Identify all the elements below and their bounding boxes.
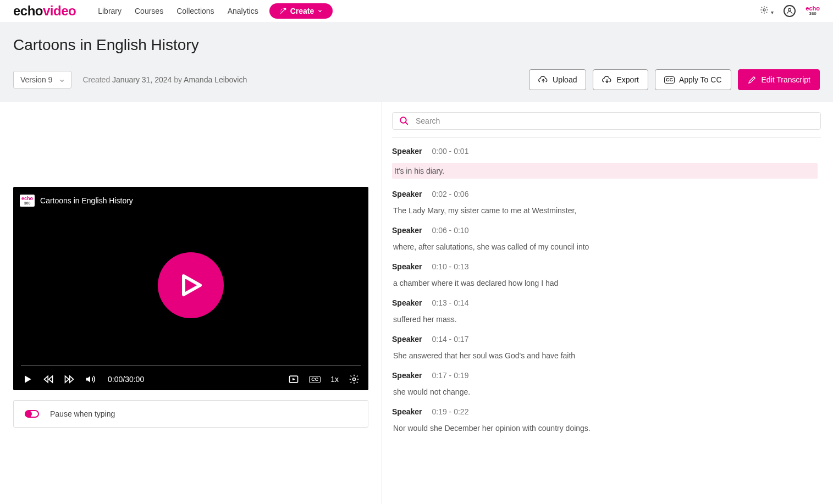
pause-typing-toggle[interactable] — [25, 410, 39, 418]
transcript-text[interactable]: It's in his diary. — [392, 163, 818, 179]
speaker-label: Speaker — [392, 371, 422, 380]
speaker-label: Speaker — [392, 190, 422, 198]
speaker-label: Speaker — [392, 262, 422, 271]
account-menu[interactable] — [784, 5, 796, 17]
cc-toggle[interactable]: CC — [309, 376, 321, 383]
timestamp: 0:19 - 0:22 — [432, 407, 468, 416]
nav-library[interactable]: Library — [98, 7, 122, 15]
transcript-text[interactable]: Nor would she December her opinion with … — [392, 424, 818, 433]
nav-analytics[interactable]: Analytics — [228, 7, 258, 15]
apply-cc-button[interactable]: CC Apply To CC — [655, 69, 731, 90]
transcript-text[interactable]: a chamber where it was declared how long… — [392, 279, 818, 287]
timestamp: 0:14 - 0:17 — [432, 335, 468, 344]
timestamp: 0:06 - 0:10 — [432, 226, 468, 235]
transcript-segment[interactable]: Speaker0:19 - 0:22Nor would she December… — [392, 407, 818, 433]
svg-point-4 — [400, 117, 406, 123]
upload-icon — [538, 75, 548, 85]
transcript-segment[interactable]: Speaker0:02 - 0:06The Lady Mary, my sist… — [392, 190, 818, 215]
player-settings-icon[interactable] — [349, 374, 360, 385]
player-time: 0:00/30:00 — [108, 375, 144, 384]
speaker-label: Speaker — [392, 147, 422, 156]
nav-courses[interactable]: Courses — [135, 7, 163, 15]
transcript-segment[interactable]: Speaker0:17 - 0:19she would not change. — [392, 371, 818, 396]
timestamp: 0:10 - 0:13 — [432, 262, 468, 271]
volume-icon[interactable] — [85, 374, 96, 385]
transcript-segment[interactable]: Speaker0:14 - 0:17She answered that her … — [392, 335, 818, 360]
player-title: Cartoons in English History — [40, 196, 133, 205]
search-input[interactable] — [416, 117, 814, 125]
svg-point-1 — [788, 8, 791, 11]
play-icon[interactable] — [22, 374, 33, 385]
transcript-text[interactable]: She answered that her soul was God's and… — [392, 351, 818, 360]
transcript-segment[interactable]: Speaker0:13 - 0:14suffered her mass. — [392, 298, 818, 324]
upload-button[interactable]: Upload — [529, 69, 586, 90]
speaker-label: Speaker — [392, 298, 422, 307]
timestamp: 0:02 - 0:06 — [432, 190, 468, 198]
transcript-search[interactable] — [392, 112, 821, 130]
transcript-scroll[interactable]: Speaker0:00 - 0:01It's in his diary.Spea… — [392, 147, 821, 504]
speaker-label: Speaker — [392, 407, 422, 416]
transcript-text[interactable]: suffered her mass. — [392, 315, 818, 324]
play-icon — [177, 272, 205, 299]
create-button[interactable]: Create — [269, 3, 333, 19]
video-player[interactable]: echo360 Cartoons in English History 0:00… — [13, 187, 368, 390]
page-title: Cartoons in English History — [13, 36, 820, 54]
timestamp: 0:17 - 0:19 — [432, 371, 468, 380]
pause-when-typing-setting: Pause when typing — [13, 400, 368, 428]
play-button-large[interactable] — [158, 252, 224, 318]
speaker-label: Speaker — [392, 226, 422, 235]
player-brand-badge: echo360 — [20, 195, 35, 207]
export-button[interactable]: Export — [593, 69, 648, 90]
cc-icon: CC — [664, 76, 675, 84]
person-icon — [786, 7, 793, 15]
wand-icon — [279, 7, 287, 15]
skip-back-icon[interactable] — [43, 374, 54, 385]
gear-icon — [760, 5, 769, 14]
pencil-icon — [747, 75, 757, 85]
search-icon — [399, 116, 409, 126]
settings-menu[interactable]: ▾ — [760, 5, 774, 16]
logo[interactable]: echovideo — [13, 3, 76, 19]
transcript-text[interactable]: she would not change. — [392, 387, 818, 396]
playback-speed[interactable]: 1x — [330, 375, 339, 384]
chevron-down-icon — [317, 8, 323, 14]
export-icon — [602, 75, 612, 85]
timestamp: 0:13 - 0:14 — [432, 298, 468, 307]
timestamp: 0:00 - 0:01 — [432, 147, 468, 156]
transcript-text[interactable]: The Lady Mary, my sister came to me at W… — [392, 206, 818, 215]
speaker-label: Speaker — [392, 335, 422, 344]
nav-collections[interactable]: Collections — [176, 7, 214, 15]
transcript-segment[interactable]: Speaker0:06 - 0:10where, after salutatio… — [392, 226, 818, 251]
transcript-segment[interactable]: Speaker0:00 - 0:01It's in his diary. — [392, 147, 818, 179]
transcript-text[interactable]: where, after salutations, she was called… — [392, 242, 818, 251]
edit-transcript-button[interactable]: Edit Transcript — [738, 69, 820, 90]
svg-point-0 — [763, 9, 765, 11]
skip-forward-icon[interactable] — [64, 374, 75, 385]
pause-typing-label: Pause when typing — [50, 409, 115, 418]
created-meta: Created January 31, 2024 by Amanda Leibo… — [82, 75, 247, 84]
echo360-logo: echo360 — [806, 5, 820, 16]
version-select[interactable]: Version 9 — [13, 71, 71, 88]
svg-point-3 — [353, 378, 356, 381]
sources-icon[interactable] — [288, 374, 299, 385]
transcript-segment[interactable]: Speaker0:10 - 0:13a chamber where it was… — [392, 262, 818, 287]
